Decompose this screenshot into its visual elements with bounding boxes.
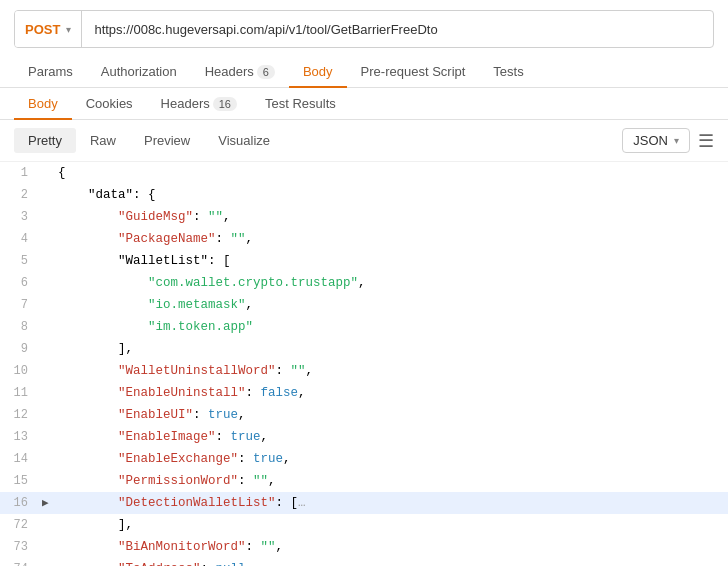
line-content: "PermissionWord": "", xyxy=(58,470,728,492)
line-content: "EnableUI": true, xyxy=(58,404,728,426)
expand-arrow-icon[interactable]: ▶ xyxy=(42,492,58,514)
code-line: 15 "PermissionWord": "", xyxy=(0,470,728,492)
line-content: { xyxy=(58,162,728,184)
format-tab-preview[interactable]: Preview xyxy=(130,128,204,153)
line-content: "com.wallet.crypto.trustapp", xyxy=(58,272,728,294)
format-tab-pretty[interactable]: Pretty xyxy=(14,128,76,153)
line-number: 1 xyxy=(0,162,42,184)
code-line: 4 "PackageName": "", xyxy=(0,228,728,250)
line-content: "im.token.app" xyxy=(58,316,728,338)
line-content: ], xyxy=(58,514,728,536)
line-content: ], xyxy=(58,338,728,360)
tab-headers[interactable]: Headers6 xyxy=(191,56,289,87)
method-chevron-icon: ▾ xyxy=(66,24,71,35)
code-line: 14 "EnableExchange": true, xyxy=(0,448,728,470)
line-number: 11 xyxy=(0,382,42,404)
line-content: "WalletList": [ xyxy=(58,250,728,272)
code-line: 3 "GuideMsg": "", xyxy=(0,206,728,228)
language-selector[interactable]: JSON ▾ xyxy=(622,128,690,153)
format-bar: Pretty Raw Preview Visualize JSON ▾ ☰ xyxy=(0,120,728,162)
line-number: 2 xyxy=(0,184,42,206)
line-number: 9 xyxy=(0,338,42,360)
language-chevron-icon: ▾ xyxy=(674,135,679,146)
headers-badge: 6 xyxy=(257,65,275,79)
tab-test-results[interactable]: Test Results xyxy=(251,88,350,119)
tab-headers-label: Headers xyxy=(205,64,254,79)
line-content: "io.metamask", xyxy=(58,294,728,316)
method-label: POST xyxy=(25,22,60,37)
code-view: 1{2 "data": {3 "GuideMsg": "",4 "Package… xyxy=(0,162,728,566)
line-number: 74 xyxy=(0,558,42,566)
line-content: "EnableImage": true, xyxy=(58,426,728,448)
code-line: 5 "WalletList": [ xyxy=(0,250,728,272)
tab-response-headers-label: Headers xyxy=(161,96,210,111)
code-line: 10 "WalletUninstallWord": "", xyxy=(0,360,728,382)
code-line: 1{ xyxy=(0,162,728,184)
line-content: "data": { xyxy=(58,184,728,206)
request-tabs: Params Authorization Headers6 Body Pre-r… xyxy=(0,56,728,88)
code-line: 72 ], xyxy=(0,514,728,536)
tab-response-headers[interactable]: Headers16 xyxy=(147,88,251,119)
response-headers-badge: 16 xyxy=(213,97,237,111)
code-line: 8 "im.token.app" xyxy=(0,316,728,338)
line-number: 16 xyxy=(0,492,42,514)
line-number: 10 xyxy=(0,360,42,382)
tab-cookies[interactable]: Cookies xyxy=(72,88,147,119)
tab-body-response[interactable]: Body xyxy=(14,88,72,119)
code-line: 74 "ToAddress": null xyxy=(0,558,728,566)
line-content: "EnableUninstall": false, xyxy=(58,382,728,404)
line-number: 14 xyxy=(0,448,42,470)
line-content: "ToAddress": null xyxy=(58,558,728,566)
line-content: "GuideMsg": "", xyxy=(58,206,728,228)
format-tab-raw[interactable]: Raw xyxy=(76,128,130,153)
line-number: 12 xyxy=(0,404,42,426)
language-label: JSON xyxy=(633,133,668,148)
format-tab-visualize[interactable]: Visualize xyxy=(204,128,284,153)
line-number: 72 xyxy=(0,514,42,536)
tab-tests[interactable]: Tests xyxy=(479,56,537,87)
code-line: 12 "EnableUI": true, xyxy=(0,404,728,426)
line-number: 15 xyxy=(0,470,42,492)
format-options: JSON ▾ ☰ xyxy=(622,128,714,153)
tab-body[interactable]: Body xyxy=(289,56,347,87)
line-content: "BiAnMonitorWord": "", xyxy=(58,536,728,558)
line-content: "PackageName": "", xyxy=(58,228,728,250)
line-number: 7 xyxy=(0,294,42,316)
line-number: 4 xyxy=(0,228,42,250)
word-wrap-icon[interactable]: ☰ xyxy=(698,130,714,152)
line-content: "DetectionWalletList": [… xyxy=(58,492,728,514)
line-number: 13 xyxy=(0,426,42,448)
line-number: 5 xyxy=(0,250,42,272)
code-line: 6 "com.wallet.crypto.trustapp", xyxy=(0,272,728,294)
code-line: 11 "EnableUninstall": false, xyxy=(0,382,728,404)
code-line: 16▶ "DetectionWalletList": [… xyxy=(0,492,728,514)
tab-params[interactable]: Params xyxy=(14,56,87,87)
line-number: 3 xyxy=(0,206,42,228)
url-input[interactable]: https://008c.hugeversapi.com/api/v1/tool… xyxy=(82,22,713,37)
line-number: 6 xyxy=(0,272,42,294)
line-content: "EnableExchange": true, xyxy=(58,448,728,470)
tab-pre-request-script[interactable]: Pre-request Script xyxy=(347,56,480,87)
line-content: "WalletUninstallWord": "", xyxy=(58,360,728,382)
code-line: 2 "data": { xyxy=(0,184,728,206)
code-line: 73 "BiAnMonitorWord": "", xyxy=(0,536,728,558)
method-selector[interactable]: POST ▾ xyxy=(15,11,82,47)
url-bar: POST ▾ https://008c.hugeversapi.com/api/… xyxy=(14,10,714,48)
line-number: 8 xyxy=(0,316,42,338)
code-line: 7 "io.metamask", xyxy=(0,294,728,316)
line-number: 73 xyxy=(0,536,42,558)
code-line: 13 "EnableImage": true, xyxy=(0,426,728,448)
response-tabs: Body Cookies Headers16 Test Results xyxy=(0,88,728,120)
code-line: 9 ], xyxy=(0,338,728,360)
format-tab-group: Pretty Raw Preview Visualize xyxy=(14,128,284,153)
tab-authorization[interactable]: Authorization xyxy=(87,56,191,87)
